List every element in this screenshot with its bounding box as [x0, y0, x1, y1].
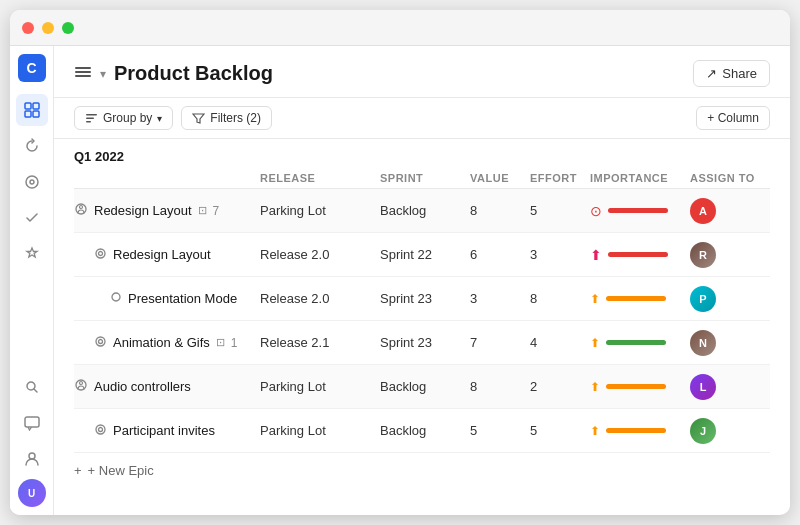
new-epic-label: + New Epic [88, 463, 154, 478]
row-assignto[interactable]: J [690, 418, 770, 444]
title-bar [10, 10, 790, 46]
row-assignto[interactable]: A [690, 198, 770, 224]
table-row: Participant invites Parking Lot Backlog … [74, 409, 770, 453]
new-epic-row[interactable]: + + New Epic [74, 453, 770, 488]
sidebar-item-board[interactable] [16, 94, 48, 126]
svg-rect-12 [86, 114, 97, 116]
row-effort: 2 [530, 379, 590, 394]
svg-point-23 [80, 382, 83, 385]
row-name-1[interactable]: Redesign Layout ⊡ 7 [74, 194, 260, 227]
row-name-2[interactable]: Redesign Layout [74, 239, 260, 271]
svg-point-21 [99, 339, 103, 343]
story-icon [94, 247, 107, 263]
sidebar-item-refresh[interactable] [16, 130, 48, 162]
col-assignto[interactable]: ASSIGN TO [690, 172, 770, 184]
row-label: Redesign Layout [113, 247, 211, 262]
row-effort: 3 [530, 247, 590, 262]
col-importance[interactable]: IMPORTANCE [590, 172, 690, 184]
app-logo[interactable]: C [18, 54, 46, 82]
col-effort[interactable]: EFFORT [530, 172, 590, 184]
row-label: Redesign Layout [94, 203, 192, 218]
row-sprint: Sprint 23 [380, 291, 470, 306]
avatar: P [690, 286, 716, 312]
add-column-button[interactable]: + Column [696, 106, 770, 130]
row-sprint: Sprint 22 [380, 247, 470, 262]
sidebar-item-starred[interactable] [16, 238, 48, 270]
table-row: Audio controllers Parking Lot Backlog 8 … [74, 365, 770, 409]
row-release: Release 2.0 [260, 247, 380, 262]
main-window: C [10, 10, 790, 515]
attachment-icon: ⊡ [198, 204, 207, 217]
story-icon [94, 335, 107, 351]
row-name-6[interactable]: Participant invites [74, 415, 260, 447]
attachment-icon: ⊡ [216, 336, 225, 349]
importance-icon: ⬆ [590, 380, 600, 394]
svg-rect-0 [25, 103, 31, 109]
plus-icon: + [74, 463, 82, 478]
col-release[interactable]: RELEASE [260, 172, 380, 184]
sidebar-bottom: U [16, 371, 48, 507]
column-headers: RELEASE SPRINT VALUE EFFORT IMPORTANCE A… [74, 168, 770, 189]
row-name-3[interactable]: Presentation Mode [74, 283, 260, 314]
row-name-5[interactable]: Audio controllers [74, 370, 260, 403]
share-label: Share [722, 66, 757, 81]
avatar: J [690, 418, 716, 444]
row-importance: ⬆ [590, 424, 690, 438]
sidebar-item-profile[interactable] [16, 443, 48, 475]
svg-rect-9 [75, 67, 91, 69]
importance-icon: ⬆ [590, 336, 600, 350]
row-assignto[interactable]: R [690, 242, 770, 268]
avatar: R [690, 242, 716, 268]
avatar: A [690, 198, 716, 224]
column-label: + Column [707, 111, 759, 125]
svg-rect-1 [33, 103, 39, 109]
row-value: 3 [470, 291, 530, 306]
row-assignto[interactable]: N [690, 330, 770, 356]
row-effort: 4 [530, 335, 590, 350]
row-assignto[interactable]: P [690, 286, 770, 312]
col-value[interactable]: VALUE [470, 172, 530, 184]
minimize-button[interactable] [42, 22, 54, 34]
page-header: ▾ Product Backlog ↗ Share [54, 46, 790, 98]
filters-label: Filters (2) [210, 111, 261, 125]
svg-point-24 [96, 425, 105, 434]
svg-point-18 [99, 251, 103, 255]
row-value: 7 [470, 335, 530, 350]
sidebar-item-tasks[interactable] [16, 202, 48, 234]
share-button[interactable]: ↗ Share [693, 60, 770, 87]
sidebar-item-messages[interactable] [16, 407, 48, 439]
svg-point-20 [96, 337, 105, 346]
story-icon [94, 423, 107, 439]
row-label: Presentation Mode [128, 291, 237, 306]
svg-point-4 [26, 176, 38, 188]
svg-point-16 [80, 206, 83, 209]
group-by-label: Group by [103, 111, 152, 125]
table-row: Redesign Layout Release 2.0 Sprint 22 6 … [74, 233, 770, 277]
section-header: Q1 2022 [74, 139, 770, 168]
maximize-button[interactable] [62, 22, 74, 34]
row-assignto[interactable]: L [690, 374, 770, 400]
row-importance: ⊙ [590, 203, 690, 219]
row-importance: ⬆ [590, 380, 690, 394]
view-icon[interactable] [74, 63, 92, 85]
row-release: Parking Lot [260, 423, 380, 438]
subtask-icon [110, 291, 122, 306]
sidebar-item-search[interactable] [16, 371, 48, 403]
chevron-down-icon[interactable]: ▾ [100, 67, 106, 81]
user-avatar[interactable]: U [18, 479, 46, 507]
col-sprint[interactable]: SPRINT [380, 172, 470, 184]
svg-rect-7 [25, 417, 39, 427]
importance-bar-fill [606, 296, 666, 301]
avatar: N [690, 330, 716, 356]
row-sprint: Backlog [380, 379, 470, 394]
row-count: 7 [213, 204, 220, 218]
filters-button[interactable]: Filters (2) [181, 106, 272, 130]
svg-rect-10 [75, 71, 91, 73]
svg-rect-2 [25, 111, 31, 117]
close-button[interactable] [22, 22, 34, 34]
row-effort: 5 [530, 203, 590, 218]
group-by-button[interactable]: Group by ▾ [74, 106, 173, 130]
row-name-4[interactable]: Animation & Gifs ⊡ 1 [74, 327, 260, 359]
sidebar-item-goals[interactable] [16, 166, 48, 198]
col-name [74, 172, 260, 184]
